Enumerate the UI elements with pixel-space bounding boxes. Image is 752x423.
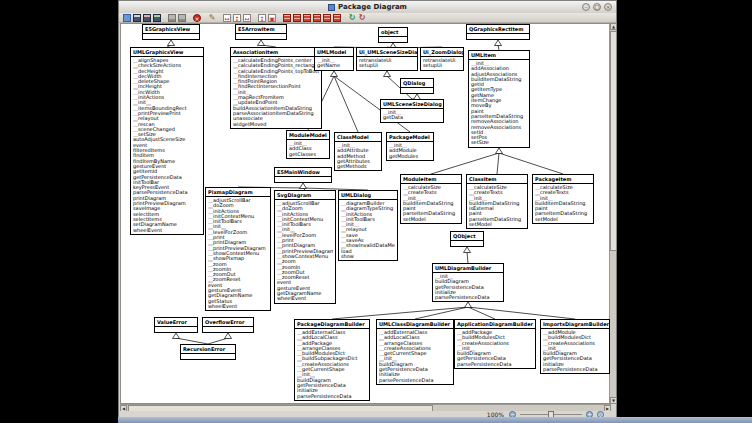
class-members: __calculateSize__createTexts__init__buil…	[467, 184, 527, 228]
class-name: UMLGraphicsView	[131, 48, 203, 57]
class-members: __init__buildDiagramgetPersistenceDatain…	[433, 273, 503, 301]
member: widgetMoved	[233, 122, 319, 127]
class-box-PixmapDiagram[interactable]: PixmapDiagram__adjustScrollBar__doZoom__…	[205, 187, 271, 311]
vertical-scroll-thumb[interactable]	[610, 31, 617, 251]
class-box-OverflowError[interactable]: OverflowError	[202, 317, 254, 333]
align-vcenter-icon[interactable]	[323, 14, 331, 22]
class-name: PackageDiagramBuilder	[295, 320, 369, 329]
class-members: __init__addModulegetModules	[387, 142, 433, 160]
member: parsePersistenceData	[435, 295, 501, 300]
class-box-Ui_UMLSceneSizeDialog[interactable]: Ui_UMLSceneSizeDialogretranslateUisetupU…	[356, 47, 418, 71]
class-members: retranslateUisetupUi	[421, 57, 463, 70]
align-left-icon[interactable]	[283, 14, 291, 22]
class-box-E5GraphicsView[interactable]: E5GraphicsView	[142, 24, 200, 40]
class-box-UMLItem[interactable]: UMLItem__init__addAssociationadjustAssoc…	[468, 50, 530, 148]
close-icon[interactable]: ×	[193, 14, 201, 22]
class-members	[236, 34, 286, 39]
save-image-icon[interactable]	[153, 14, 161, 22]
class-box-QGraphicsRectItem[interactable]: QGraphicsRectItem	[466, 24, 530, 40]
class-box-ClassItem[interactable]: ClassItem__calculateSize__createTexts__i…	[466, 174, 528, 229]
horizontal-scrollbar[interactable]: ◀ ▶	[120, 404, 611, 411]
class-box-UMLDiagramBuilder[interactable]: UMLDiagramBuilder__init__buildDiagramget…	[432, 263, 504, 302]
class-box-E5MainWindow[interactable]: E5MainWindow	[274, 167, 332, 183]
print-icon[interactable]	[168, 14, 176, 22]
class-name: ClassItem	[467, 175, 527, 184]
close-button[interactable]: ×	[604, 3, 612, 11]
class-name: ValueError	[155, 318, 197, 327]
class-box-ApplicationDiagramBuilder[interactable]: ApplicationDiagramBuilder__addPackage__b…	[454, 319, 536, 369]
class-name: E5MainWindow	[275, 168, 331, 177]
print-preview-icon[interactable]	[178, 14, 186, 22]
class-members: retranslateUisetupUi	[357, 57, 417, 70]
save-icon[interactable]	[133, 14, 141, 22]
class-box-E5ArrowItem[interactable]: E5ArrowItem	[235, 24, 287, 40]
minimize-button[interactable]: –	[582, 3, 590, 11]
member: wheelEvent	[133, 228, 201, 233]
class-name: UMLItem	[469, 51, 529, 60]
relayout-icon[interactable]: ↻	[348, 14, 356, 22]
class-members	[379, 37, 407, 42]
class-box-UMLClassDiagramBuilder[interactable]: UMLClassDiagramBuilder__addExternalClass…	[376, 319, 454, 385]
align-right-icon[interactable]	[303, 14, 311, 22]
class-name: object	[379, 28, 407, 37]
class-box-QObject[interactable]: QObject	[450, 231, 484, 247]
class-box-SvgDiagram[interactable]: SvgDiagram__adjustScrollBar__doZoom__ini…	[274, 190, 336, 304]
scroll-up-arrow-icon[interactable]: ▲	[610, 23, 617, 30]
increase-width-icon[interactable]: ↔	[223, 14, 231, 22]
class-box-QDialog[interactable]: QDialog	[400, 78, 434, 94]
class-box-PackageModel[interactable]: PackageModel__init__addModulegetModules	[386, 132, 434, 161]
diagram-canvas[interactable]: E5GraphicsViewE5ArrowItemobjectQGraphics…	[120, 23, 611, 404]
maximize-button[interactable]: □	[593, 3, 601, 11]
align-bottom-icon[interactable]	[333, 14, 341, 22]
class-name: UMLSceneSizeDialog	[381, 100, 443, 109]
member: parsePersistenceData	[297, 394, 367, 399]
class-members	[467, 34, 529, 39]
class-box-ValueError[interactable]: ValueError	[154, 317, 198, 333]
class-box-UMLModel[interactable]: UMLModel__init__getName	[314, 47, 354, 71]
class-box-UMLSceneSizeDialog[interactable]: UMLSceneSizeDialog__init__getData	[380, 99, 444, 123]
decrease-height-icon[interactable]: ↕	[258, 14, 266, 22]
class-box-ImportsDiagramBuilder[interactable]: ImportsDiagramBuilder__addModule__buildM…	[540, 319, 610, 374]
class-name: Ui_ZoomDialog	[421, 48, 463, 57]
class-name: OverflowError	[203, 318, 253, 327]
scroll-down-arrow-icon[interactable]: ▼	[610, 397, 617, 404]
class-name: UMLClassDiagramBuilder	[377, 320, 453, 329]
member: setModel	[469, 222, 525, 227]
class-members: __init__getName	[315, 57, 353, 70]
align-top-icon[interactable]	[313, 14, 321, 22]
class-box-Ui_ZoomDialog[interactable]: Ui_ZoomDialogretranslateUisetupUi	[420, 47, 464, 71]
class-box-PackageDiagramBuilder[interactable]: PackageDiagramBuilder__addExternalClass_…	[294, 319, 370, 401]
class-box-UMLDialog[interactable]: UMLDialog__diagramBuilder__diagramTypeSt…	[338, 190, 398, 261]
class-box-AssociationItem[interactable]: AssociationItem__calculateEndingPoints_c…	[230, 47, 322, 129]
member: wheelEvent	[208, 304, 268, 309]
member: getData	[383, 115, 441, 120]
class-box-ClassModel[interactable]: ClassModel__init__addAttributeaddMethodg…	[334, 132, 382, 171]
class-members: __init__addAttributeaddMethodgetAttribut…	[335, 142, 381, 170]
member: getName	[317, 63, 351, 68]
toolbar: ×✎↔↕↔↕▣↻↻	[119, 13, 616, 23]
member: setupUi	[423, 63, 461, 68]
save-as-icon[interactable]	[143, 14, 151, 22]
class-box-ModuleItem[interactable]: ModuleItem__calculateSize__createTexts__…	[400, 174, 462, 224]
class-name: ImportsDiagramBuilder	[541, 320, 609, 329]
class-members: __addModule__buildModulesDict__createAss…	[541, 329, 609, 373]
class-members	[451, 241, 483, 246]
class-box-RecursionError[interactable]: RecursionError	[180, 344, 236, 360]
class-name: PixmapDiagram	[206, 188, 270, 197]
class-box-ModuleModel[interactable]: ModuleModel__init__addClassgetClasses	[286, 130, 330, 159]
class-box-UMLGraphicsView[interactable]: UMLGraphicsView__alignShapes__checkSizeA…	[130, 47, 204, 235]
member: parsePersistenceData	[379, 378, 451, 383]
decrease-width-icon[interactable]: ↔	[243, 14, 251, 22]
rescan-icon[interactable]: ↻	[358, 14, 366, 22]
class-name: Ui_UMLSceneSizeDialog	[357, 48, 417, 57]
open-icon[interactable]	[123, 14, 131, 22]
delete-shape-icon[interactable]: ✎	[208, 14, 216, 22]
increase-height-icon[interactable]: ↕	[233, 14, 241, 22]
vertical-scrollbar[interactable]: ▲ ▼	[609, 23, 616, 404]
class-members: __addPackage__buildModulesDict__createAs…	[455, 329, 535, 368]
set-size-icon[interactable]: ▣	[268, 14, 276, 22]
align-hcenter-icon[interactable]	[293, 14, 301, 22]
member: getModules	[389, 154, 431, 159]
class-box-object[interactable]: object	[378, 27, 408, 43]
class-box-PackageItem[interactable]: PackageItem__calculateSize__createTexts_…	[532, 174, 594, 224]
